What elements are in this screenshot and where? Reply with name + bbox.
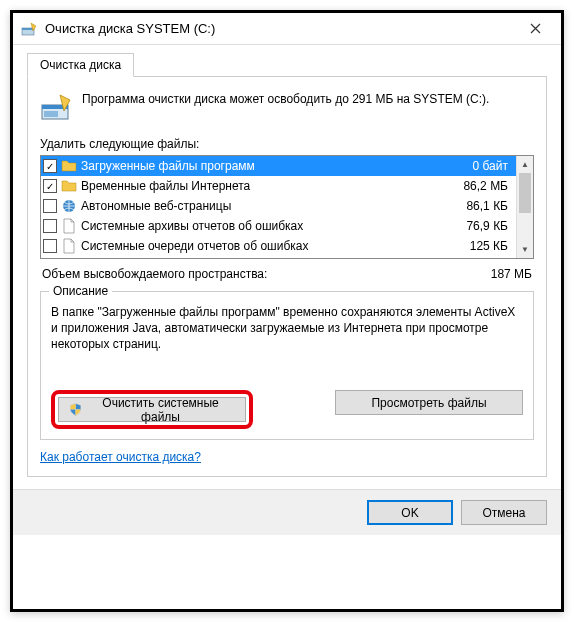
close-icon [530,23,541,34]
file-name: Системные очереди отчетов об ошибках [81,239,448,253]
file-size: 86,1 КБ [452,199,512,213]
scrollbar-track[interactable] [517,173,533,241]
tab-strip: Очистка диска [27,53,547,77]
file-row[interactable]: ✓Загруженные файлы программ0 байт [41,156,516,176]
intro-text: Программа очистки диска может освободить… [82,91,489,123]
files-label: Удалить следующие файлы: [40,137,534,151]
close-button[interactable] [513,14,557,44]
file-size: 0 байт [452,159,512,173]
button-row: Очистить системные файлы Просмотреть фай… [51,390,523,429]
help-link[interactable]: Как работает очистка диска? [40,450,201,464]
file-name: Системные архивы отчетов об ошибках [81,219,448,233]
ok-button[interactable]: OK [367,500,453,525]
help-link-row: Как работает очистка диска? [40,450,534,464]
svg-rect-4 [44,111,58,117]
scroll-up-button[interactable]: ▲ [517,156,533,173]
drive-icon [40,91,72,123]
total-row: Объем высвобождаемого пространства: 187 … [40,267,534,281]
red-highlight: Очистить системные файлы [51,390,253,429]
description-text: В папке "Загруженные файлы программ" вре… [51,304,523,376]
view-files-button[interactable]: Просмотреть файлы [335,390,523,415]
total-value: 187 МБ [491,267,532,281]
ok-label: OK [401,506,418,520]
file-row[interactable]: Системные очереди отчетов об ошибках125 … [41,236,516,256]
file-type-icon [61,198,77,214]
file-name: Автономные веб-страницы [81,199,448,213]
file-checkbox[interactable]: ✓ [43,179,57,193]
tab-disk-cleanup[interactable]: Очистка диска [27,53,134,77]
scroll-down-button[interactable]: ▼ [517,241,533,258]
total-label: Объем высвобождаемого пространства: [42,267,267,281]
file-type-icon [61,178,77,194]
tab-panel: Программа очистки диска может освободить… [27,77,547,477]
clean-system-label: Очистить системные файлы [86,396,235,424]
scrollbar[interactable]: ▲ ▼ [516,156,533,258]
window-title: Очистка диска SYSTEM (C:) [45,21,513,36]
cancel-label: Отмена [482,506,525,520]
file-type-icon [61,218,77,234]
file-checkbox[interactable] [43,199,57,213]
intro-section: Программа очистки диска может освободить… [40,91,534,123]
file-list[interactable]: ✓Загруженные файлы программ0 байт✓Времен… [41,156,516,258]
file-type-icon [61,158,77,174]
content-area: Очистка диска Программа очистки диска мо… [13,45,561,489]
file-list-container: ✓Загруженные файлы программ0 байт✓Времен… [40,155,534,259]
dialog-footer: OK Отмена [13,489,561,535]
scrollbar-thumb[interactable] [519,173,531,213]
file-size: 86,2 МБ [452,179,512,193]
uac-shield-icon [69,403,82,417]
view-files-label: Просмотреть файлы [371,396,486,410]
titlebar[interactable]: Очистка диска SYSTEM (C:) [13,13,561,45]
file-type-icon [61,238,77,254]
file-checkbox[interactable] [43,239,57,253]
description-group: Описание В папке "Загруженные файлы прог… [40,291,534,440]
file-row[interactable]: Автономные веб-страницы86,1 КБ [41,196,516,216]
description-legend: Описание [49,284,112,298]
file-checkbox[interactable]: ✓ [43,159,57,173]
file-row[interactable]: ✓Временные файлы Интернета86,2 МБ [41,176,516,196]
file-name: Временные файлы Интернета [81,179,448,193]
file-checkbox[interactable] [43,219,57,233]
file-name: Загруженные файлы программ [81,159,448,173]
file-size: 76,9 КБ [452,219,512,233]
disk-cleanup-icon [21,21,37,37]
clean-system-files-button[interactable]: Очистить системные файлы [58,397,246,422]
cancel-button[interactable]: Отмена [461,500,547,525]
dialog-window: Очистка диска SYSTEM (C:) Очистка диска … [10,10,564,612]
file-row[interactable]: Системные архивы отчетов об ошибках76,9 … [41,216,516,236]
file-size: 125 КБ [452,239,512,253]
